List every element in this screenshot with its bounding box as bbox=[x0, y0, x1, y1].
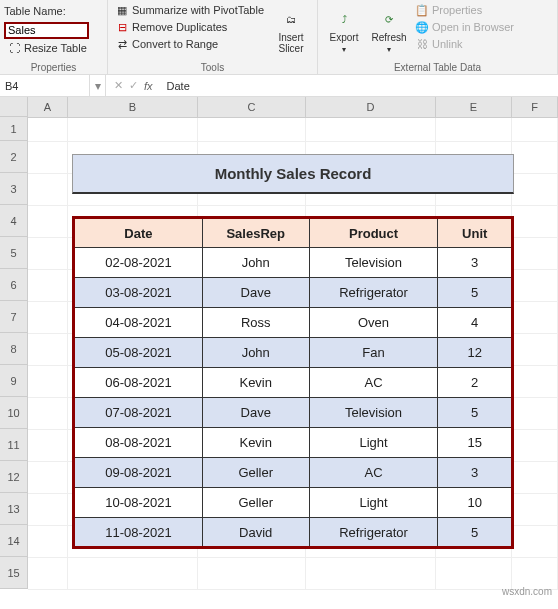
cell[interactable] bbox=[436, 118, 512, 142]
row-header-5[interactable]: 5 bbox=[0, 237, 28, 269]
table-cell[interactable]: Light bbox=[309, 488, 438, 518]
cell[interactable] bbox=[28, 238, 68, 270]
col-header-C[interactable]: C bbox=[198, 97, 306, 117]
table-cell[interactable]: Kevin bbox=[202, 428, 309, 458]
cell[interactable] bbox=[28, 398, 68, 430]
cell[interactable] bbox=[28, 270, 68, 302]
cell[interactable] bbox=[28, 334, 68, 366]
table-header[interactable]: Unit bbox=[438, 218, 513, 248]
row-header-1[interactable]: 1 bbox=[0, 117, 28, 141]
row-header-2[interactable]: 2 bbox=[0, 141, 28, 173]
table-cell[interactable]: 5 bbox=[438, 518, 513, 548]
cell[interactable] bbox=[436, 558, 512, 590]
row-header-12[interactable]: 12 bbox=[0, 461, 28, 493]
cell[interactable] bbox=[512, 494, 558, 526]
table-cell[interactable]: 02-08-2021 bbox=[74, 248, 203, 278]
table-cell[interactable]: 4 bbox=[438, 308, 513, 338]
cell[interactable] bbox=[28, 174, 68, 206]
cell[interactable] bbox=[306, 118, 436, 142]
row-header-4[interactable]: 4 bbox=[0, 205, 28, 237]
table-cell[interactable]: 10-08-2021 bbox=[74, 488, 203, 518]
summarize-pivot-button[interactable]: ▦ Summarize with PivotTable bbox=[112, 2, 268, 18]
row-header-13[interactable]: 13 bbox=[0, 493, 28, 525]
table-cell[interactable]: Ross bbox=[202, 308, 309, 338]
row-header-14[interactable]: 14 bbox=[0, 525, 28, 557]
table-cell[interactable]: Fan bbox=[309, 338, 438, 368]
cell[interactable] bbox=[28, 206, 68, 238]
row-header-9[interactable]: 9 bbox=[0, 365, 28, 397]
table-cell[interactable]: John bbox=[202, 248, 309, 278]
table-cell[interactable]: David bbox=[202, 518, 309, 548]
table-cell[interactable]: 11-08-2021 bbox=[74, 518, 203, 548]
table-name-input[interactable] bbox=[4, 22, 89, 39]
table-cell[interactable]: AC bbox=[309, 368, 438, 398]
cell[interactable] bbox=[512, 142, 558, 174]
cell[interactable] bbox=[198, 118, 306, 142]
cell[interactable] bbox=[512, 302, 558, 334]
table-cell[interactable]: Refrigerator bbox=[309, 518, 438, 548]
cell[interactable] bbox=[28, 430, 68, 462]
remove-duplicates-button[interactable]: ⊟ Remove Duplicates bbox=[112, 19, 268, 35]
table-cell[interactable]: Kevin bbox=[202, 368, 309, 398]
table-cell[interactable]: Dave bbox=[202, 278, 309, 308]
cell[interactable] bbox=[28, 118, 68, 142]
insert-slicer-button[interactable]: 🗂 Insert Slicer bbox=[269, 2, 313, 60]
table-header[interactable]: SalesRep bbox=[202, 218, 309, 248]
table-cell[interactable]: AC bbox=[309, 458, 438, 488]
cell[interactable] bbox=[512, 398, 558, 430]
cell[interactable] bbox=[28, 558, 68, 590]
col-header-B[interactable]: B bbox=[68, 97, 198, 117]
cell[interactable] bbox=[512, 334, 558, 366]
cell[interactable] bbox=[198, 558, 306, 590]
row-header-6[interactable]: 6 bbox=[0, 269, 28, 301]
table-cell[interactable]: 12 bbox=[438, 338, 513, 368]
table-cell[interactable]: 5 bbox=[438, 278, 513, 308]
table-cell[interactable]: 10 bbox=[438, 488, 513, 518]
row-header-8[interactable]: 8 bbox=[0, 333, 28, 365]
table-cell[interactable]: 03-08-2021 bbox=[74, 278, 203, 308]
select-all-corner[interactable] bbox=[0, 97, 28, 117]
cell[interactable] bbox=[512, 238, 558, 270]
row-header-7[interactable]: 7 bbox=[0, 301, 28, 333]
table-cell[interactable]: Television bbox=[309, 248, 438, 278]
table-cell[interactable]: 09-08-2021 bbox=[74, 458, 203, 488]
cell[interactable] bbox=[512, 430, 558, 462]
cell[interactable] bbox=[28, 462, 68, 494]
table-cell[interactable]: 3 bbox=[438, 248, 513, 278]
fx-icon[interactable]: fx bbox=[144, 80, 153, 92]
cell[interactable] bbox=[68, 118, 198, 142]
cell[interactable] bbox=[28, 494, 68, 526]
cell[interactable] bbox=[28, 142, 68, 174]
table-cell[interactable]: 5 bbox=[438, 398, 513, 428]
col-header-E[interactable]: E bbox=[436, 97, 512, 117]
row-header-11[interactable]: 11 bbox=[0, 429, 28, 461]
resize-table-button[interactable]: ⛶ Resize Table bbox=[4, 40, 103, 56]
export-button[interactable]: ⤴ Export ▾ bbox=[322, 2, 366, 60]
cell[interactable] bbox=[306, 558, 436, 590]
table-cell[interactable]: 2 bbox=[438, 368, 513, 398]
cell[interactable] bbox=[28, 366, 68, 398]
cell[interactable] bbox=[68, 558, 198, 590]
refresh-button[interactable]: ⟳ Refresh ▾ bbox=[367, 2, 411, 60]
cell[interactable] bbox=[512, 174, 558, 206]
table-cell[interactable]: 08-08-2021 bbox=[74, 428, 203, 458]
col-header-F[interactable]: F bbox=[512, 97, 558, 117]
col-header-A[interactable]: A bbox=[28, 97, 68, 117]
table-cell[interactable]: John bbox=[202, 338, 309, 368]
cell[interactable] bbox=[512, 526, 558, 558]
cell[interactable] bbox=[28, 302, 68, 334]
cell[interactable] bbox=[512, 118, 558, 142]
cell[interactable] bbox=[512, 270, 558, 302]
table-cell[interactable]: Geller bbox=[202, 458, 309, 488]
row-header-10[interactable]: 10 bbox=[0, 397, 28, 429]
table-cell[interactable]: Light bbox=[309, 428, 438, 458]
table-header[interactable]: Date bbox=[74, 218, 203, 248]
cell[interactable] bbox=[512, 206, 558, 238]
convert-range-button[interactable]: ⇄ Convert to Range bbox=[112, 36, 268, 52]
name-box[interactable]: B4 bbox=[0, 75, 90, 96]
table-cell[interactable]: 15 bbox=[438, 428, 513, 458]
table-cell[interactable]: Dave bbox=[202, 398, 309, 428]
table-cell[interactable]: 06-08-2021 bbox=[74, 368, 203, 398]
cell[interactable] bbox=[512, 366, 558, 398]
col-header-D[interactable]: D bbox=[306, 97, 436, 117]
